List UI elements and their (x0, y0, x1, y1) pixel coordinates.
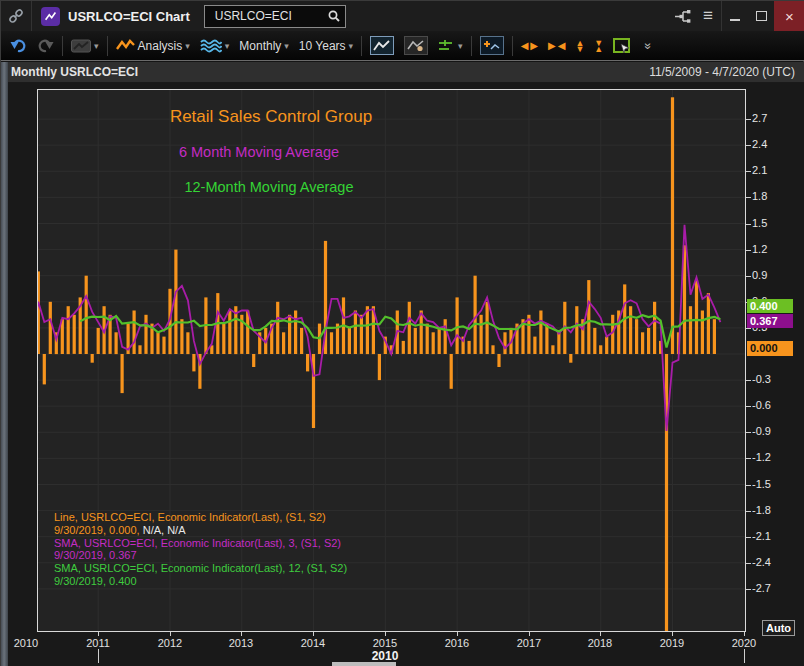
y-axis-label: -2.7 (752, 582, 771, 594)
y-axis-tick (746, 511, 751, 512)
x-axis-tick (744, 632, 745, 636)
x-axis-long-tick (744, 649, 745, 663)
undo-button[interactable] (6, 36, 31, 55)
undo-icon (10, 38, 27, 53)
chevron-more-icon: » (642, 42, 656, 49)
saved-charts-button[interactable]: ▾ (67, 37, 103, 55)
y-axis-tick (746, 250, 751, 251)
minimize-icon (730, 19, 740, 21)
window-title: USRLCO=ECI Chart (68, 9, 190, 24)
y-axis-label: -0.9 (752, 425, 771, 437)
y-axis-tick (746, 458, 751, 459)
drag-chart-button[interactable] (400, 34, 432, 57)
y-axis-label: 1.8 (752, 190, 767, 202)
y-axis-label: -1.2 (752, 451, 771, 463)
y-axis-label: 2.1 (752, 164, 767, 176)
legend-sma3-values: 9/30/2019, 0.367 (54, 549, 347, 562)
auto-scale-button[interactable]: Auto (762, 620, 795, 636)
redo-button[interactable] (33, 36, 58, 55)
compress-horizontal-icon: ▶◀ (548, 41, 565, 51)
expand-vertical-button[interactable]: ▲ ▼ (571, 38, 588, 54)
x-axis-label: 2016 (435, 637, 479, 649)
x-axis-tick (385, 632, 386, 636)
x-axis-long-tick (98, 649, 99, 663)
chart-header: Monthly USRLCO=ECI 11/5/2009 - 4/7/2020 … (1, 62, 804, 83)
x-axis-tick (98, 632, 99, 636)
y-axis-tick (746, 432, 751, 433)
titlebar-divider (31, 1, 32, 31)
app-link-flow-button[interactable] (669, 1, 695, 31)
x-axis-tick (457, 632, 458, 636)
x-axis-label: 2020 (722, 637, 766, 649)
range-label: 10 Years (299, 39, 346, 53)
y-axis-tick (746, 145, 751, 146)
add-chart-button[interactable] (476, 34, 508, 57)
legend-sma12-series: SMA, USRLCO=ECI, Economic Indicator(Last… (54, 562, 347, 575)
horizontal-scroll-thumb[interactable] (332, 662, 396, 666)
y-axis-label: 2.4 (752, 138, 767, 150)
y-axis-tick (746, 224, 751, 225)
caret-down-icon: ▾ (185, 41, 190, 51)
legend-line-values: 9/30/2019, 0.000, N/A, N/A (54, 524, 347, 537)
compress-vertical-button[interactable]: ▼ ▲ (590, 38, 607, 54)
close-icon: × (785, 8, 794, 25)
last-price-badge: 0.000 (747, 341, 793, 356)
toolbar-separator (107, 36, 108, 56)
hamburger-icon: ≡ (703, 6, 713, 26)
interval-label: Monthly (239, 39, 281, 53)
close-button[interactable]: × (774, 1, 804, 31)
y-axis-label: -2.4 (752, 556, 771, 568)
maximize-button[interactable] (748, 1, 774, 31)
more-tools-button[interactable]: » (641, 37, 656, 55)
minimize-button[interactable] (722, 1, 748, 31)
search-icon[interactable] (327, 9, 341, 23)
analysis-dropdown[interactable]: Analysis ▾ (112, 37, 194, 55)
interval-dropdown[interactable]: Monthly ▾ (235, 37, 293, 55)
levels-icon (438, 39, 455, 53)
toolbar-separator (512, 36, 513, 56)
menu-button[interactable]: ≡ (695, 1, 721, 31)
annotation-sma6-title: 6 Month Moving Average (109, 144, 409, 160)
x-axis-tick (529, 632, 530, 636)
x-axis-tick (241, 632, 242, 636)
chart-type-button[interactable] (366, 34, 398, 57)
chart-folder-icon (71, 39, 91, 53)
legend-sma12-values: 9/30/2019, 0.400 (54, 575, 347, 588)
waves-icon (200, 38, 222, 53)
waves-dropdown[interactable]: ▾ (196, 36, 234, 55)
caret-down-icon: ▾ (94, 41, 99, 51)
x-axis-label: 2015 (363, 637, 407, 649)
chart-plus-icon (480, 36, 504, 55)
y-axis-tick (746, 197, 751, 198)
expand-horizontal-button[interactable]: ◀▶ (517, 39, 542, 53)
y-axis-tick (746, 119, 751, 120)
y-axis-tick (746, 563, 751, 564)
chart-date-range: 11/5/2009 - 4/7/2020 (UTC) (649, 65, 795, 79)
y-axis-label: -1.8 (752, 504, 771, 516)
side-grip[interactable] (1, 62, 8, 666)
symbol-search[interactable] (204, 5, 346, 28)
x-axis-context-label: 2010 (363, 649, 407, 663)
x-axis-tick (313, 632, 314, 636)
annotation-main-title: Retail Sales Control Group (121, 107, 421, 127)
levels-dropdown[interactable]: ▾ (434, 37, 467, 55)
legend-line-series: Line, USRLCO=ECI, Economic Indicator(Las… (54, 511, 347, 524)
x-axis-tick (600, 632, 601, 636)
range-dropdown[interactable]: 10 Years ▾ (295, 37, 357, 55)
chart-window: USRLCO=ECI Chart ≡ (0, 0, 804, 666)
y-axis-tick (746, 328, 751, 329)
symbol-search-input[interactable] (213, 8, 327, 24)
zoom-select-button[interactable] (609, 36, 634, 55)
caret-down-icon: ▾ (349, 41, 354, 51)
compress-horizontal-button[interactable]: ▶◀ (544, 39, 569, 53)
legend-sma3-series: SMA, USRLCO=ECI, Economic Indicator(Last… (54, 537, 347, 550)
y-axis-tick (746, 589, 751, 590)
link-channel-button[interactable] (1, 1, 31, 31)
line-chart-icon (370, 36, 394, 55)
y-axis-label: 0.9 (752, 269, 767, 281)
x-axis-label: 2019 (650, 637, 694, 649)
sma3-price-badge: 0.367 (747, 314, 793, 328)
x-axis-label: 2017 (507, 637, 551, 649)
maximize-icon (756, 11, 767, 21)
x-axis-label: 2014 (291, 637, 335, 649)
